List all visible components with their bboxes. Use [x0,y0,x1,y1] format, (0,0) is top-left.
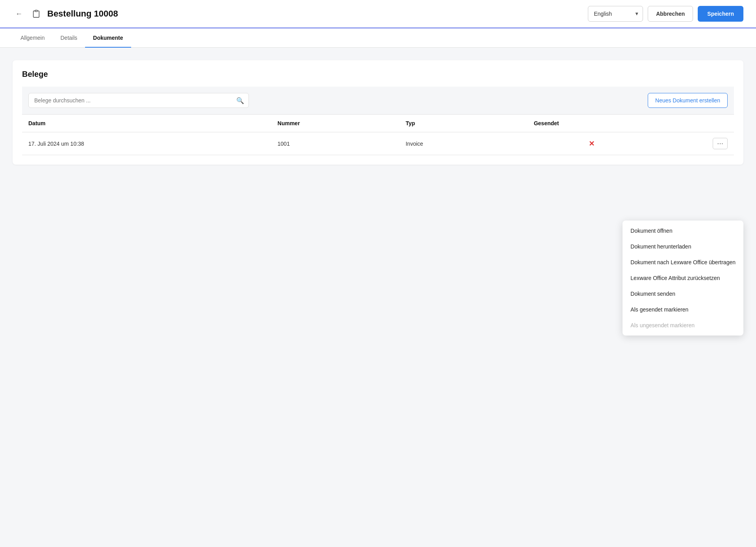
col-header-typ: Typ [399,115,527,132]
header: ← Bestellung 10008 English Deutsch Franç… [0,0,756,28]
back-button[interactable]: ← [13,7,25,20]
documents-table: Datum Nummer Typ Gesendet 17. Juli 2024 … [22,114,734,155]
not-sent-icon: ✕ [589,140,595,148]
cell-actions: ⋯ [656,132,734,155]
table-row: 17. Juli 2024 um 10:38 1001 Invoice ✕ ⋯ [22,132,734,155]
search-input[interactable] [28,93,249,108]
cell-nummer: 1001 [271,132,399,155]
svg-rect-0 [35,10,37,12]
belege-card: Belege 🔍 Neues Dokument erstellen Datum … [13,60,743,165]
col-header-nummer: Nummer [271,115,399,132]
language-select[interactable]: English Deutsch Français [588,6,643,22]
header-left: ← Bestellung 10008 [13,7,582,20]
tab-allgemein[interactable]: Allgemein [13,28,52,47]
more-actions-button[interactable]: ⋯ [713,138,728,149]
search-wrapper: 🔍 [28,93,249,108]
search-row: 🔍 Neues Dokument erstellen [22,87,734,114]
clipboard-icon [30,7,43,20]
cell-typ: Invoice [399,132,527,155]
cell-gesendet: ✕ [528,132,656,155]
new-document-button[interactable]: Neues Dokument erstellen [648,93,728,108]
tabs-bar: Allgemein Details Dokumente [0,28,756,48]
tab-details[interactable]: Details [52,28,85,47]
col-header-datum: Datum [22,115,271,132]
search-icon: 🔍 [236,97,244,104]
cell-datum: 17. Juli 2024 um 10:38 [22,132,271,155]
col-header-gesendet: Gesendet [528,115,656,132]
page-title: Bestellung 10008 [47,9,118,19]
language-selector-wrapper[interactable]: English Deutsch Français ▼ [588,6,643,22]
save-button[interactable]: Speichern [698,6,743,22]
belege-title: Belege [22,70,734,79]
header-right: English Deutsch Français ▼ Abbrechen Spe… [588,6,743,22]
tab-dokumente[interactable]: Dokumente [85,28,131,47]
cancel-button[interactable]: Abbrechen [648,6,693,22]
col-header-actions [656,115,734,132]
main-content: Belege 🔍 Neues Dokument erstellen Datum … [0,48,756,177]
